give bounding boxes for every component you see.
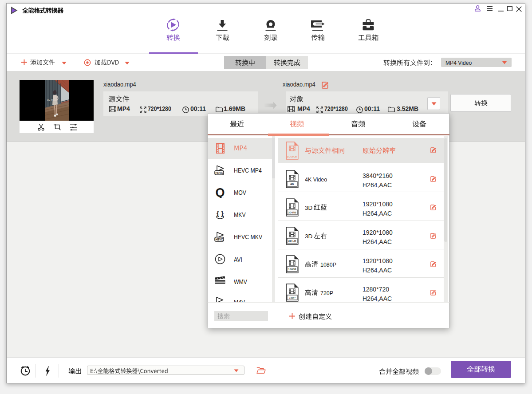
svg-text:1080P: 1080P <box>288 268 296 271</box>
svg-text:720P: 720P <box>289 296 295 299</box>
svg-text:HEVC: HEVC <box>216 238 223 241</box>
svg-text:source: source <box>287 154 297 158</box>
svg-text:3D LR: 3D LR <box>288 239 296 242</box>
svg-text:HEVC: HEVC <box>216 171 223 174</box>
svg-text:4K: 4K <box>290 182 294 185</box>
svg-text:3D RB: 3D RB <box>288 211 296 214</box>
svg-text:Q: Q <box>215 186 225 198</box>
